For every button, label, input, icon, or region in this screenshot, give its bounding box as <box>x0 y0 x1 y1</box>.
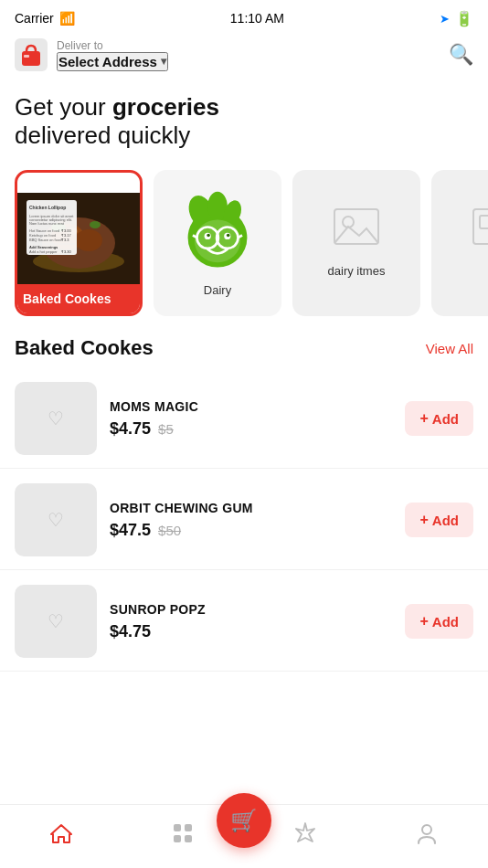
deliver-info: Deliver to Select Address ▾ <box>57 39 168 71</box>
status-time: 11:10 AM <box>230 11 284 26</box>
price-row: $4.75 $5 <box>110 419 392 439</box>
dairy-label: Dairy <box>204 283 231 297</box>
carrier-label: Carrier <box>15 11 54 26</box>
nav-explore[interactable] <box>282 818 328 849</box>
svg-point-6 <box>75 229 102 251</box>
battery-icon: 🔋 <box>455 10 473 27</box>
svg-rect-44 <box>480 216 488 228</box>
hero-line1: Get your groceries <box>15 93 473 122</box>
plus-icon: + <box>419 512 428 528</box>
app-logo <box>15 38 48 71</box>
baked-bg: Chicken Lollipop Lorem ipsum dolor sit a… <box>17 193 140 293</box>
product-info: MOMS MAGIC $4.75 $5 <box>110 399 392 439</box>
hero-section: Get your groceries delivered quickly <box>0 80 488 161</box>
svg-point-51 <box>422 825 431 834</box>
product-thumbnail: ♡ <box>15 585 97 658</box>
svg-text:Nam luctus nunc erat: Nam luctus nunc erat <box>29 221 65 226</box>
address-text: Select Address <box>58 54 157 69</box>
home-icon <box>49 821 73 845</box>
svg-rect-50 <box>185 835 192 842</box>
price-current: $4.75 <box>110 419 151 439</box>
deliver-to-label: Deliver to <box>57 39 168 52</box>
svg-marker-46 <box>51 825 71 842</box>
status-right: ➤ 🔋 <box>440 10 473 27</box>
section-title: Baked Cookes <box>15 336 154 360</box>
dairy-logo-svg <box>176 190 259 272</box>
section-header: Baked Cookes View All <box>0 322 488 369</box>
svg-point-40 <box>227 233 230 237</box>
wishlist-heart-icon[interactable]: ♡ <box>48 509 64 531</box>
product-name: SUNROP POPZ <box>110 602 392 617</box>
wishlist-heart-icon[interactable]: ♡ <box>48 408 64 429</box>
dairy-items-label: dairy itmes <box>328 264 386 278</box>
add-label: Add <box>432 513 459 528</box>
svg-rect-48 <box>185 824 192 831</box>
location-icon: ➤ <box>440 12 450 26</box>
view-all-button[interactable]: View All <box>426 341 473 356</box>
svg-point-39 <box>207 233 210 237</box>
product-list: ♡ MOMS MAGIC $4.75 $5 + Add ♡ ORBIT CHEW… <box>0 369 488 672</box>
add-button[interactable]: + Add <box>405 503 473 537</box>
wishlist-heart-icon[interactable]: ♡ <box>48 610 64 632</box>
price-original: $50 <box>158 523 181 538</box>
product-name: ORBIT CHEWING GUM <box>110 501 392 515</box>
svg-rect-49 <box>174 835 181 842</box>
svg-text:Chicken Lollipop: Chicken Lollipop <box>29 205 66 210</box>
status-bar: Carrier 📶 11:10 AM ➤ 🔋 <box>0 0 488 33</box>
product-name: MOMS MAGIC <box>110 399 392 414</box>
price-original: $5 <box>158 421 174 437</box>
product-thumbnail: ♡ <box>15 483 97 556</box>
add-button[interactable]: + Add <box>405 604 473 639</box>
search-button[interactable]: 🔍 <box>449 43 473 67</box>
plus-icon: + <box>419 613 428 630</box>
search-icon: 🔍 <box>449 43 473 66</box>
header-left: Deliver to Select Address ▾ <box>15 38 168 71</box>
baked-image: Chicken Lollipop Lorem ipsum dolor sit a… <box>17 193 140 293</box>
svg-text:Add a hot pepper: Add a hot pepper <box>29 249 58 254</box>
baked-label: Baked Cookes <box>17 284 140 313</box>
categories-row: Chicken Lollipop Lorem ipsum dolor sit a… <box>0 161 488 322</box>
add-label: Add <box>432 411 459 427</box>
product-thumbnail: ♡ <box>15 382 97 455</box>
category-card-dairy-items[interactable]: dairy itmes <box>292 170 420 316</box>
svg-point-8 <box>90 221 101 228</box>
explore-icon <box>293 821 317 845</box>
svg-rect-1 <box>24 55 29 58</box>
nav-home[interactable] <box>38 818 84 849</box>
profile-icon <box>415 821 439 845</box>
product-card: ♡ ORBIT CHEWING GUM $47.5 $50 + Add <box>0 471 488 570</box>
nav-categories[interactable] <box>160 818 206 849</box>
svg-text:₹3.30: ₹3.30 <box>61 249 72 254</box>
product-info: SUNROP POPZ $4.75 <box>110 602 392 641</box>
svg-text:₹3.3: ₹3.3 <box>61 238 69 242</box>
category-card-baked[interactable]: Chicken Lollipop Lorem ipsum dolor sit a… <box>15 170 143 316</box>
product-info: ORBIT CHEWING GUM $47.5 $50 <box>110 501 392 540</box>
nav-profile[interactable] <box>404 818 450 849</box>
logo-svg <box>18 42 44 68</box>
category-card-food[interactable]: fo <box>431 170 488 316</box>
plus-icon: + <box>419 410 428 427</box>
cart-fab-button[interactable]: 🛒 <box>217 793 271 848</box>
svg-rect-41 <box>334 209 378 244</box>
status-carrier: Carrier 📶 <box>15 11 75 26</box>
price-current: $47.5 <box>110 521 151 540</box>
header: Deliver to Select Address ▾ 🔍 <box>0 33 488 80</box>
svg-rect-47 <box>174 824 181 831</box>
wifi-icon: 📶 <box>59 11 75 26</box>
chevron-down-icon: ▾ <box>161 55 166 68</box>
select-address-button[interactable]: Select Address ▾ <box>57 52 168 71</box>
svg-rect-0 <box>22 51 40 66</box>
hero-line2: delivered quickly <box>15 122 473 150</box>
add-label: Add <box>432 614 459 630</box>
placeholder-image-icon <box>334 208 379 253</box>
add-button[interactable]: + Add <box>405 401 473 436</box>
price-current: $4.75 <box>110 622 151 641</box>
placeholder-image-icon-2 <box>472 208 488 253</box>
svg-text:BBQ Sauce on food: BBQ Sauce on food <box>29 238 61 242</box>
categories-icon <box>171 821 195 845</box>
category-card-dairy[interactable]: Dairy <box>154 170 281 316</box>
cart-icon: 🛒 <box>230 808 258 833</box>
product-card: ♡ SUNROP POPZ $4.75 + Add <box>0 572 488 672</box>
price-row: $4.75 <box>110 622 392 641</box>
price-row: $47.5 $50 <box>110 521 392 540</box>
